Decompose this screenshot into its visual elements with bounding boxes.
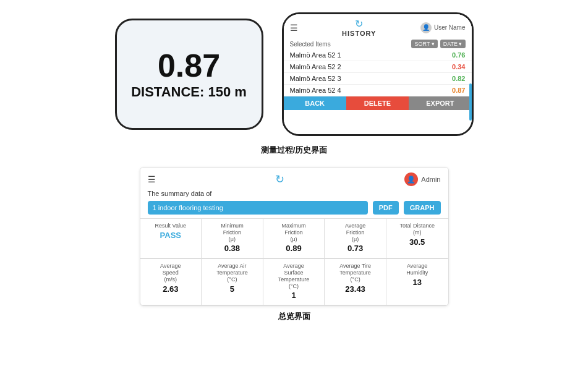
cell-value: 0.73 (327, 244, 383, 254)
cell-avg-humidity: AverageHumidity 13 (386, 259, 448, 305)
side-button-top (115, 48, 117, 62)
cell-value: PASS (143, 231, 199, 241)
item-name: Malmö Area 52 2 (290, 63, 341, 70)
summary-grid-row2: AverageSpeed(m/s) 2.63 Average AirTemper… (140, 258, 448, 305)
cell-value: 23.43 (327, 284, 383, 295)
history-title-block: ↻ HISTORY (342, 18, 376, 37)
summary-header: ☰ ↻ 👤 Admin (140, 168, 448, 189)
flooring-select[interactable]: 1 indoor flooring testing (148, 201, 368, 215)
delete-button[interactable]: DELETE (346, 96, 409, 110)
cell-label: MinimumFriction(μ) (204, 223, 260, 242)
cell-label: AverageFriction(μ) (327, 223, 383, 242)
cell-avg-tire-temp: Average TireTemperature(°C) 23.43 (325, 259, 386, 305)
item-name: Malmö Area 52 1 (290, 51, 341, 59)
item-value: 0.34 (452, 63, 465, 70)
user-info: 👤 User Name (420, 22, 466, 33)
date-button[interactable]: DATE ▾ (440, 40, 466, 48)
measurement-phone: 0.87 DISTANCE: 150 m (115, 19, 263, 130)
sort-date-buttons: SORT ▾ DATE ▾ (411, 40, 465, 48)
top-caption: 测量过程/历史界面 (261, 145, 328, 156)
cell-label: AverageSurfaceTemperature(°C) (266, 263, 322, 289)
bottom-section: ☰ ↻ 👤 Admin The summary data of 1 indoor… (140, 167, 449, 322)
bottom-caption: 总览界面 (278, 311, 310, 322)
summary-sync-icon: ↻ (275, 172, 284, 186)
cell-label: Average TireTemperature(°C) (327, 263, 383, 283)
export-button[interactable]: EXPORT (409, 96, 471, 110)
cell-avg-surface-temp: AverageSurfaceTemperature(°C) 1 (263, 259, 325, 305)
cell-total-distance: Total Distance(m) 30.5 (386, 219, 448, 258)
cell-value: 1 (266, 291, 322, 301)
cell-result-value: Result Value PASS (140, 219, 202, 258)
history-header: ☰ ↻ HISTORY 👤 User Name (284, 14, 472, 38)
cell-avg-air-temp: Average AirTemperature(°C) 5 (202, 259, 263, 305)
cell-label: Result Value (143, 223, 199, 229)
cell-value: 5 (204, 284, 260, 295)
history-screen: ☰ ↻ HISTORY 👤 User Name Selected Items S… (284, 14, 472, 134)
side-button-bottom (115, 67, 117, 80)
list-item[interactable]: Malmö Area 52 3 0.82 (284, 73, 472, 85)
graph-button[interactable]: GRAPH (404, 201, 441, 215)
history-phone: ☰ ↻ HISTORY 👤 User Name Selected Items S… (282, 12, 474, 136)
cell-value: 30.5 (389, 237, 446, 248)
admin-avatar: 👤 (404, 172, 418, 186)
sort-button[interactable]: SORT ▾ (411, 40, 437, 48)
measurement-value: 0.87 (158, 48, 220, 83)
cell-min-friction: MinimumFriction(μ) 0.38 (202, 219, 263, 258)
cell-label: MaximumFriction(μ) (266, 223, 322, 242)
summary-container: ☰ ↻ 👤 Admin The summary data of 1 indoor… (140, 167, 449, 306)
selected-items-label: Selected Items (290, 41, 331, 48)
measurement-label: DISTANCE: 150 m (131, 84, 247, 100)
summary-subtitle: The summary data of (140, 189, 448, 198)
list-item[interactable]: Malmö Area 52 1 0.76 (284, 49, 472, 61)
item-value: 0.76 (452, 51, 465, 59)
scrollbar[interactable] (469, 83, 472, 121)
cell-label: Average AirTemperature(°C) (204, 263, 260, 283)
history-list: Malmö Area 52 1 0.76 Malmö Area 52 2 0.3… (284, 49, 472, 96)
list-item[interactable]: Malmö Area 52 2 0.34 (284, 61, 472, 73)
side-button-right (262, 57, 263, 76)
item-name: Malmö Area 52 4 (290, 87, 341, 94)
cell-max-friction: MaximumFriction(μ) 0.89 (263, 219, 325, 258)
item-name: Malmö Area 52 3 (290, 75, 341, 82)
cell-avg-friction: AverageFriction(μ) 0.73 (325, 219, 386, 258)
history-subheader: Selected Items SORT ▾ DATE ▾ (284, 38, 472, 49)
item-value: 0.82 (452, 75, 465, 82)
summary-select-row: 1 indoor flooring testing PDF GRAPH (140, 198, 448, 218)
history-title: HISTORY (342, 30, 376, 37)
summary-hamburger-icon[interactable]: ☰ (148, 174, 156, 184)
history-items-wrapper: Malmö Area 52 1 0.76 Malmö Area 52 2 0.3… (284, 49, 472, 96)
sync-icon: ↻ (355, 18, 363, 30)
user-name: User Name (434, 24, 466, 31)
cell-label: AverageSpeed(m/s) (143, 263, 199, 283)
cell-value: 2.63 (143, 284, 199, 295)
summary-admin: 👤 Admin (404, 172, 440, 186)
cell-label: AverageHumidity (389, 263, 446, 276)
cell-avg-speed: AverageSpeed(m/s) 2.63 (140, 259, 202, 305)
pdf-button[interactable]: PDF (373, 201, 399, 215)
summary-grid-row1: Result Value PASS MinimumFriction(μ) 0.3… (140, 218, 448, 258)
admin-label: Admin (421, 176, 440, 183)
list-item[interactable]: Malmö Area 52 4 0.87 (284, 85, 472, 96)
cell-value: 13 (389, 278, 446, 288)
user-avatar: 👤 (420, 22, 432, 33)
item-value: 0.87 (452, 87, 465, 94)
history-action-buttons: BACK DELETE EXPORT (284, 96, 472, 110)
hamburger-icon[interactable]: ☰ (290, 23, 298, 33)
cell-label: Total Distance(m) (389, 223, 446, 236)
cell-value: 0.38 (204, 244, 260, 254)
cell-value: 0.89 (266, 244, 322, 254)
back-button[interactable]: BACK (284, 96, 346, 110)
